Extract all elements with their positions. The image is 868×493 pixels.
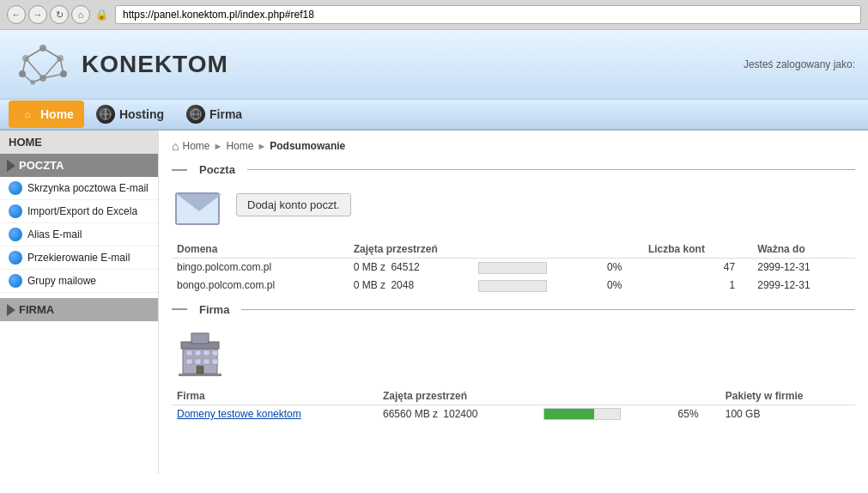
progress-bar-fill-firma [544, 409, 593, 419]
firma-col-pakiety: Pakiety w firmie [720, 387, 855, 405]
sidebar-item-grupy[interactable]: Grupy mailowe [0, 270, 158, 293]
poczta-line-right [247, 169, 855, 170]
nav-hosting-label: Hosting [119, 107, 164, 121]
ssl-lock-icon: 🔒 [95, 9, 108, 21]
col-domena: Domena [172, 240, 349, 259]
nav-firma-label: Firma [209, 107, 242, 121]
sidebar-przekierowanie-label: Przekierowanie E-mail [27, 252, 130, 264]
breadcrumb-sep2: ► [257, 141, 266, 151]
progress-bar-container-firma [543, 408, 621, 420]
logo-area: KONEKTOM [13, 39, 228, 90]
row1-konta: 47 [643, 259, 752, 277]
sidebar-skrzynka-label: Skrzynka pocztowa E-mail [27, 182, 149, 194]
sidebar-item-importexport[interactable]: Import/Export do Excela [0, 200, 158, 223]
row1-zajete: 0 MB z 64512 [349, 259, 473, 277]
sidebar: HOME POCZTA Skrzynka pocztowa E-mail Imp… [0, 131, 159, 474]
home-nav-icon: ⌂ [19, 106, 36, 123]
poczta-line-left [172, 169, 187, 171]
hosting-nav-icon [96, 105, 115, 124]
main-navigation: ⌂ Home Hosting Firma [0, 100, 868, 131]
row1-domena: bingo.polcom.com.pl [172, 259, 349, 277]
sidebar-alias-label: Alias E-mail [27, 228, 82, 240]
svg-rect-24 [186, 350, 192, 356]
svg-rect-30 [203, 359, 209, 364]
przekierowanie-icon [9, 251, 22, 265]
breadcrumb-home-icon: ⌂ [172, 139, 179, 153]
home-nav-button[interactable]: ⌂ [71, 5, 90, 24]
poczta-table: Domena Zajęta przestrzeń Liczba kont Waż… [172, 240, 855, 295]
row2-wazna: 2999-12-31 [752, 277, 855, 295]
sidebar-firma-title: FIRMA [19, 303, 54, 316]
firma-line-left [172, 308, 187, 310]
table-row: bingo.polcom.com.pl 0 MB z 64512 0% 47 [172, 259, 855, 277]
site-header: KONEKTOM Jesteś zalogowany jako: [0, 30, 868, 100]
row1-pct: 0% [602, 259, 643, 277]
firma-row1-pakiety: 100 GB [720, 405, 855, 423]
svg-rect-32 [197, 366, 203, 374]
reload-button[interactable]: ↻ [50, 5, 69, 24]
firma-col-zajeta: Zajęta przestrzeń [378, 387, 720, 405]
table-row: Domeny testowe konektom 66560 MB z 10240… [172, 405, 855, 423]
sidebar-item-skrzynka[interactable]: Skrzynka pocztowa E-mail [0, 177, 158, 200]
svg-line-8 [43, 48, 60, 58]
svg-rect-28 [186, 359, 192, 364]
firma-col-firma: Firma [172, 387, 378, 405]
mail-icon-box [172, 185, 223, 232]
row1-wazna: 2999-12-31 [752, 259, 855, 277]
poczta-arrow-icon [7, 160, 15, 172]
importexport-icon [9, 204, 22, 218]
poczta-section: Poczta Dodaj konto poczt. Domena Zajęta … [172, 163, 855, 295]
logged-in-message: Jesteś zalogowany jako: [744, 58, 855, 70]
sidebar-item-przekierowanie[interactable]: Przekierowanie E-mail [0, 246, 158, 270]
col-zajeta: Zajęta przestrzeń [349, 240, 643, 259]
svg-line-13 [22, 74, 33, 82]
firma-nav-icon [186, 105, 205, 124]
sidebar-section-home: HOME [0, 131, 158, 154]
svg-rect-26 [203, 350, 209, 356]
poczta-title: Poczta [194, 163, 240, 176]
nav-home[interactable]: ⌂ Home [9, 100, 84, 128]
poczta-section-header: Poczta [172, 163, 855, 176]
svg-rect-27 [212, 350, 218, 356]
logo-icon [13, 39, 73, 90]
breadcrumb-home: Home [182, 140, 209, 152]
svg-line-7 [26, 48, 43, 58]
forward-button[interactable]: → [28, 5, 47, 24]
firma-section: Firma [172, 303, 855, 423]
firma-row1-zajete: 66560 MB z 102400 [378, 405, 538, 423]
building-icon [172, 325, 228, 380]
firma-link[interactable]: Domeny testowe konektom [177, 408, 301, 420]
site-logo-text: KONEKTOM [82, 51, 228, 78]
firma-row1-pct: 65% [673, 405, 720, 423]
nav-buttons: ← → ↻ ⌂ [7, 5, 90, 24]
sidebar-grupy-label: Grupy mailowe [27, 275, 96, 287]
row2-pct: 0% [602, 277, 643, 295]
grupy-icon [9, 274, 22, 288]
progress-bar-container-1 [478, 262, 547, 274]
svg-line-10 [26, 58, 43, 78]
firma-section-header: Firma [172, 303, 855, 316]
row2-zajete: 0 MB z 2048 [349, 277, 473, 295]
svg-rect-23 [191, 333, 209, 344]
firma-title: Firma [194, 303, 234, 316]
sidebar-poczta-title: POCZTA [19, 159, 64, 172]
breadcrumb-sep1: ► [213, 141, 222, 151]
breadcrumb: ⌂ Home ► Home ► Podsumowanie [172, 139, 855, 153]
nav-firma[interactable]: Firma [176, 100, 252, 129]
back-button[interactable]: ← [7, 5, 26, 24]
firma-row1-name[interactable]: Domeny testowe konektom [172, 405, 378, 423]
nav-home-label: Home [40, 107, 74, 121]
nav-hosting[interactable]: Hosting [86, 100, 174, 129]
firma-line-right [241, 309, 855, 310]
alias-icon [9, 228, 22, 241]
firma-row1-progress [538, 405, 672, 423]
skrzynka-icon [9, 181, 22, 195]
address-bar[interactable] [115, 5, 861, 24]
firma-table: Firma Zajęta przestrzeń Pakiety w firmie… [172, 387, 855, 423]
firma-arrow-icon [7, 304, 15, 316]
row2-konta: 1 [643, 277, 752, 295]
sidebar-item-alias[interactable]: Alias E-mail [0, 223, 158, 246]
browser-chrome: ← → ↻ ⌂ 🔒 [0, 0, 868, 30]
add-account-button[interactable]: Dodaj konto poczt. [236, 193, 351, 216]
breadcrumb-middle: Home [226, 140, 253, 152]
